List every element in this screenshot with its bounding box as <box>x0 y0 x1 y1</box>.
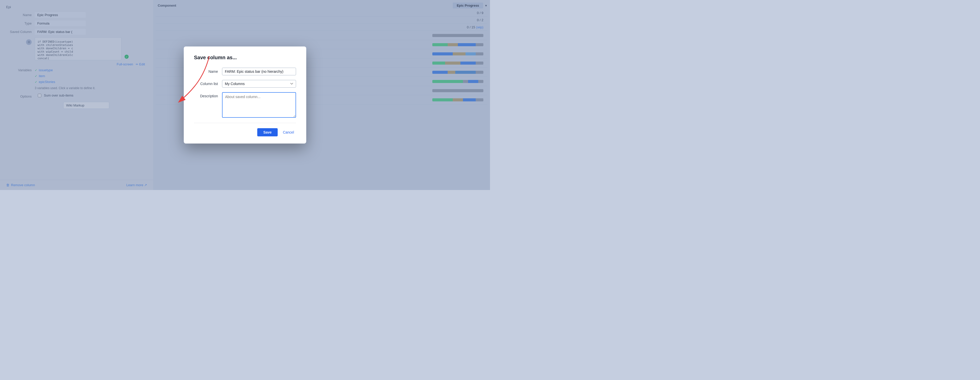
modal-description-label: Description <box>194 92 222 98</box>
modal-name-row: Name <box>194 68 296 75</box>
modal-column-list-row: Column list My Columns Shared Columns <box>194 80 296 88</box>
modal-column-list-select[interactable]: My Columns Shared Columns <box>222 80 296 88</box>
modal-actions: Save Cancel <box>194 128 296 136</box>
modal-column-list-label: Column list <box>194 80 222 86</box>
save-button[interactable]: Save <box>257 128 278 136</box>
modal-name-input[interactable] <box>222 68 296 75</box>
modal-title: Save column as... <box>194 55 296 61</box>
modal-overlay: Save column as... Name Column list My Co… <box>0 0 490 190</box>
save-column-modal: Save column as... Name Column list My Co… <box>184 46 306 144</box>
modal-name-label: Name <box>194 68 222 73</box>
modal-description-textarea[interactable] <box>222 92 296 118</box>
modal-description-row: Description <box>194 92 296 118</box>
cancel-button[interactable]: Cancel <box>281 128 296 136</box>
